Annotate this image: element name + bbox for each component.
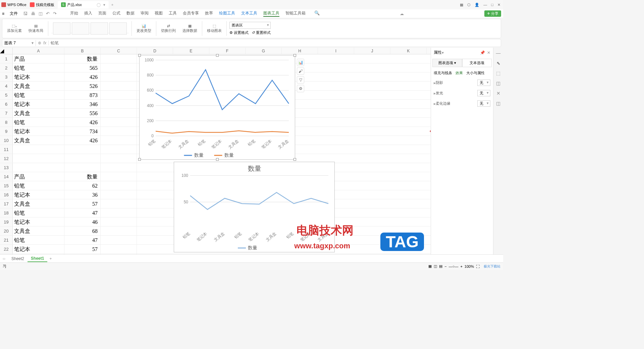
minimize-button[interactable]: — [483,3,487,7]
cell[interactable]: 数量 [64,172,101,181]
col-header[interactable]: I [318,48,354,54]
hamburger-icon[interactable]: ≡ [2,11,4,16]
cell[interactable] [101,100,137,108]
change-type-button[interactable]: 📊 更改类型 [135,24,153,33]
chart-elements-icon[interactable]: 📊 [297,59,304,66]
row-header[interactable]: 1 [0,54,13,63]
view-break-icon[interactable]: ▤ [439,264,442,268]
cell[interactable]: 57 [64,245,101,253]
cell[interactable]: 铅笔 [13,63,64,72]
expand-icon[interactable]: ⊕ [38,41,41,45]
add-element-button[interactable]: ⬚₊ 添加元素 [5,24,24,33]
tab-text-options[interactable]: 文本选项 [462,59,492,67]
redo-icon[interactable]: ↷ [53,11,57,16]
chart-style-2[interactable] [72,22,89,35]
swap-button[interactable]: ⇄ 切换行列 [159,24,178,33]
row-header[interactable]: 21 [0,236,13,244]
chart-2[interactable]: 数量50100铅笔笔记本文具盒铅笔笔记本文具盒铅笔笔记本文具盒数量 [174,162,335,252]
chart-style-3[interactable] [91,22,108,35]
row-header[interactable]: 19 [0,217,13,226]
maximize-button[interactable]: □ [491,3,493,7]
cell[interactable]: 46 [64,217,101,226]
cube-icon[interactable]: ⬡ [467,3,471,7]
sub-size[interactable]: 大小与属性 [466,70,485,76]
chart-styles[interactable] [51,24,129,33]
row-header[interactable]: 18 [0,208,13,217]
col-header[interactable]: B [64,48,101,54]
cell[interactable] [101,199,137,208]
select-data-button[interactable]: ▦ 选择数据 [180,24,199,33]
zoom-out-icon[interactable]: − [444,264,446,268]
add-sheet-button[interactable]: + [49,256,52,261]
row-header[interactable]: 12 [0,154,13,163]
cell[interactable]: 笔记本 [13,245,64,253]
cell[interactable]: 笔记本 [13,72,64,81]
cell[interactable] [101,172,137,181]
cell[interactable]: 铅笔 [13,236,64,244]
cell[interactable] [64,145,101,154]
cell[interactable]: 426 [64,118,101,127]
softedge-select[interactable]: 无 [477,100,490,107]
zoom-level[interactable]: 100% [465,264,474,268]
tab-file[interactable]: S 产品.xlsx ◯ ▾ [58,1,109,9]
cell[interactable] [101,217,137,226]
chart-element-dropdown[interactable]: 图表区 [229,22,271,29]
cell[interactable]: 产品 [13,54,64,63]
cell[interactable] [101,136,137,145]
search-icon[interactable]: 🔍 [314,10,320,17]
col-header[interactable]: D [137,48,173,54]
cell[interactable]: 产品 [13,172,64,181]
sheet-tab-1[interactable]: Sheet1 [28,255,47,262]
cell[interactable]: 346 [64,100,101,108]
undo-icon[interactable]: ↶ [46,11,50,16]
cell[interactable]: 笔记本 [13,190,64,199]
row-header[interactable]: 9 [0,127,13,136]
row-header[interactable]: 16 [0,190,13,199]
tab-close-icon[interactable]: ▾ [103,3,105,7]
cell[interactable]: 526 [64,82,101,90]
cell[interactable] [101,127,137,136]
row-header[interactable]: 15 [0,181,13,190]
cell[interactable] [64,163,101,172]
tab-page[interactable]: 页面 [98,10,106,17]
tab-data[interactable]: 数据 [126,10,135,17]
cell[interactable]: 36 [64,190,101,199]
tab-tool[interactable]: 工具 [169,10,177,17]
new-tab-button[interactable]: + [111,3,113,7]
chart-1[interactable]: 02004006008001000铅笔笔记本文具盒铅笔笔记本文具盒铅笔笔记本文具… [139,55,295,160]
cell[interactable] [13,154,64,163]
cell[interactable] [101,190,137,199]
cell[interactable] [13,163,64,172]
select-all-corner[interactable]: ◢ [0,48,13,54]
preview-icon[interactable]: ◫ [39,11,43,16]
cell[interactable] [101,145,137,154]
row-header[interactable]: 11 [0,145,13,154]
cell[interactable]: 铅笔 [13,208,64,217]
row-header[interactable]: 6 [0,100,13,108]
row-header[interactable]: 5 [0,91,13,99]
save-icon[interactable]: 🖫 [23,11,28,16]
tab-texttool[interactable]: 文本工具 [241,10,257,17]
zoom-in-icon[interactable]: + [460,264,462,268]
collapse-icon[interactable]: — [496,50,501,56]
shadow-select[interactable]: 无 [477,80,490,86]
row-header[interactable]: 10 [0,136,13,145]
cell[interactable]: 47 [64,208,101,217]
cell[interactable]: 68 [64,227,101,235]
tab-chart-options[interactable]: 图表选项 ▾ [432,59,462,67]
chart-style-4[interactable] [109,22,127,35]
close-panel-icon[interactable]: ✕ [487,50,490,55]
cell[interactable]: 62 [64,181,101,190]
cell[interactable]: 文具盒 [13,136,64,145]
pin-icon[interactable]: 📌 [480,50,485,55]
formula-input[interactable]: 铅笔 [49,40,61,46]
cell[interactable] [101,72,137,81]
cell[interactable]: 文具盒 [13,109,64,117]
cloud-icon[interactable]: ☁ [400,11,404,16]
view-page-icon[interactable]: ◫ [434,264,437,268]
spreadsheet[interactable]: ◢ A B C D E F G H I J K 1 产品 数量 2 铅笔 565… [0,48,431,254]
cell[interactable]: 426 [64,72,101,81]
cell[interactable] [101,109,137,117]
view-normal-icon[interactable]: ▦ [428,264,432,268]
row-header[interactable]: 3 [0,72,13,81]
